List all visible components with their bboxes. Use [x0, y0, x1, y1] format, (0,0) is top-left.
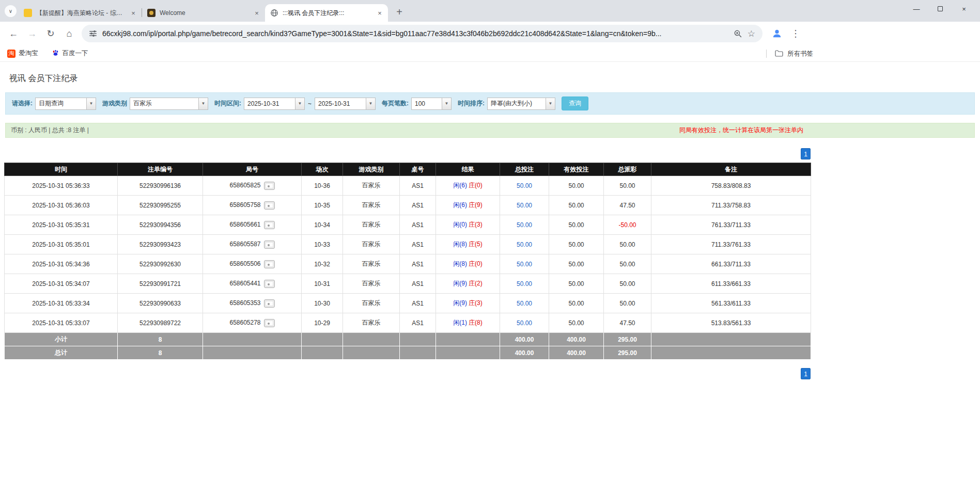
empty-cell — [436, 346, 500, 360]
table-body: 2025-10-31 05:36:33522930996136658605825… — [5, 176, 811, 333]
table-row: 2025-10-31 05:34:07522930991721658605441… — [5, 274, 811, 294]
cell-payout: 50.00 — [604, 294, 651, 313]
game-type: 百家乐 — [362, 299, 381, 307]
table-number: AS1 — [412, 241, 424, 248]
maximize-button[interactable] — [928, 0, 952, 18]
round-image-icon[interactable] — [264, 299, 275, 308]
forward-button[interactable]: → — [23, 24, 41, 43]
cell-round: 658605661 — [203, 215, 302, 235]
per-page-select[interactable]: 100 ▼ — [411, 98, 452, 110]
round-image-icon[interactable] — [264, 319, 275, 327]
session: 10-31 — [314, 280, 330, 287]
page-1-button[interactable]: 1 — [801, 368, 811, 379]
cell-valid-bet: 50.00 — [549, 274, 604, 294]
chevron-down-icon[interactable]: ▼ — [198, 98, 208, 109]
table-number: AS1 — [412, 319, 424, 327]
round-image-icon[interactable] — [264, 280, 275, 288]
total-bet-link[interactable]: 50.00 — [517, 182, 532, 189]
cell-round: 658605506 — [203, 254, 302, 274]
total-payout: 295.00 — [604, 346, 651, 360]
bet-records-table: 时间 注单编号 局号 场次 游戏类别 桌号 结果 总投注 有效投注 总派彩 备注… — [4, 163, 811, 360]
search-button[interactable]: 查询 — [562, 97, 588, 110]
round-number: 658605825 — [229, 182, 260, 189]
game-type-select[interactable]: 百家乐 ▼ — [130, 98, 208, 110]
round-image-icon[interactable] — [264, 201, 275, 210]
result-banker: 庄(0) — [469, 260, 483, 267]
round-image-icon[interactable] — [264, 241, 275, 249]
cell-game-type: 百家乐 — [343, 313, 400, 333]
cell-bet-id: 522930989722 — [118, 313, 203, 333]
tab-close-icon[interactable]: × — [129, 9, 137, 17]
date-from-select[interactable]: 2025-10-31 ▼ — [244, 98, 305, 110]
tab-close-icon[interactable]: × — [376, 9, 384, 17]
total-bet-link[interactable]: 50.00 — [517, 319, 532, 327]
cell-session: 10-36 — [302, 176, 343, 196]
tab-search-button[interactable]: ∨ — [5, 5, 17, 17]
reload-button[interactable]: ↻ — [41, 24, 60, 43]
close-button[interactable]: × — [952, 0, 976, 18]
cell-session: 10-34 — [302, 215, 343, 235]
page-1-button[interactable]: 1 — [801, 148, 811, 159]
game-type: 百家乐 — [362, 280, 381, 287]
tab-title: :::视讯 会员下注纪录::: — [283, 9, 371, 18]
cell-time: 2025-10-31 05:35:01 — [5, 235, 118, 254]
round-image-icon[interactable] — [264, 221, 275, 229]
date-to-select[interactable]: 2025-10-31 ▼ — [315, 98, 376, 110]
address-bar[interactable]: 66cxkj98.com/ipl/portal.php/game/betreco… — [82, 25, 763, 42]
bet-id: 522930989722 — [139, 319, 181, 327]
query-type-select[interactable]: 日期查询 ▼ — [35, 98, 96, 110]
back-button[interactable]: ← — [4, 24, 23, 43]
result-banker: 庄(3) — [469, 221, 483, 228]
minimize-button[interactable]: — — [905, 0, 928, 18]
round-image-icon[interactable] — [264, 182, 275, 190]
chevron-down-icon[interactable]: ▼ — [295, 98, 304, 109]
payout-value: 47.50 — [619, 202, 635, 209]
cell-total-bet: 50.00 — [500, 313, 549, 333]
all-bookmarks-button[interactable]: 所有书签 — [766, 45, 813, 62]
new-tab-button[interactable]: + — [392, 5, 407, 19]
cell-table-number: AS1 — [400, 235, 436, 254]
total-bet-link[interactable]: 50.00 — [517, 202, 532, 209]
cell-session: 10-33 — [302, 235, 343, 254]
cell-table-number: AS1 — [400, 176, 436, 196]
chevron-down-icon[interactable]: ▼ — [546, 98, 555, 109]
menu-kebab-icon[interactable]: ⋮ — [786, 24, 805, 43]
cell-payout: 50.00 — [604, 176, 651, 196]
site-settings-icon[interactable] — [89, 29, 97, 38]
currency-summary: 币别 : 人民币 | 总共 :8 注单 | — [11, 126, 89, 135]
tab-forum[interactable]: 【新提醒】海燕策略论坛 - 综合… × — [19, 4, 142, 22]
chevron-down-icon[interactable]: ▼ — [366, 98, 375, 109]
total-bet-link[interactable]: 50.00 — [517, 280, 532, 287]
page-content: 视讯 会员下注纪录 请选择: 日期查询 ▼ 游戏类别 百家乐 ▼ 时间区间: 2… — [0, 73, 980, 379]
zoom-icon[interactable] — [734, 29, 742, 38]
home-button[interactable]: ⌂ — [60, 24, 79, 43]
cell-total-bet: 50.00 — [500, 274, 549, 294]
cell-session: 10-32 — [302, 254, 343, 274]
chevron-down-icon[interactable]: ▼ — [442, 98, 451, 109]
total-bet-link[interactable]: 50.00 — [517, 261, 532, 268]
table-number: AS1 — [412, 300, 424, 307]
note: 561.33/611.33 — [711, 300, 751, 307]
empty-cell — [436, 333, 500, 346]
cell-round: 658605278 — [203, 313, 302, 333]
result-player: 闲(0) — [453, 221, 467, 228]
total-bet-link[interactable]: 50.00 — [517, 300, 532, 307]
cell-bet-id: 522930996136 — [118, 176, 203, 196]
url-text[interactable]: 66cxkj98.com/ipl/portal.php/game/betreco… — [102, 29, 728, 38]
bookmark-star-icon[interactable]: ☆ — [748, 28, 755, 39]
total-bet-link[interactable]: 50.00 — [517, 241, 532, 248]
divider — [766, 50, 767, 58]
cell-game-type: 百家乐 — [343, 274, 400, 294]
tab-bet-record[interactable]: :::视讯 会员下注纪录::: × — [265, 4, 388, 22]
bookmark-taobao[interactable]: 淘 爱淘宝 — [7, 49, 38, 58]
profile-icon[interactable] — [768, 24, 786, 43]
total-bet-link[interactable]: 50.00 — [517, 221, 532, 229]
subtotal-total-bet: 400.00 — [500, 333, 549, 346]
bookmark-baidu[interactable]: 百度一下 — [52, 49, 88, 58]
tab-welcome[interactable]: Welcome × — [142, 4, 265, 22]
sort-select[interactable]: 降幂(由大到小) ▼ — [487, 98, 555, 110]
tab-close-icon[interactable]: × — [253, 9, 261, 17]
round-image-icon[interactable] — [264, 260, 275, 268]
maximize-icon — [938, 6, 943, 11]
chevron-down-icon[interactable]: ▼ — [86, 98, 96, 109]
